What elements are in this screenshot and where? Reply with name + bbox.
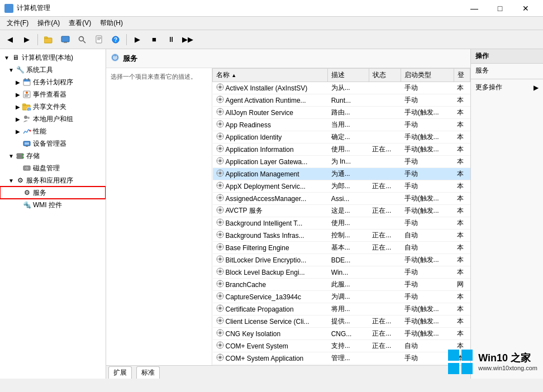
sidebar-label-event-viewer: 事件查看器 bbox=[33, 90, 66, 99]
tree-toggle-task-scheduler[interactable]: ▶ bbox=[13, 78, 22, 87]
services-table-container[interactable]: 名称 ▲ 描述 状态 启动类型 登 bbox=[212, 68, 470, 365]
cell-login: 本 bbox=[454, 217, 470, 230]
toolbar-stop[interactable]: ■ bbox=[146, 32, 162, 47]
cell-name: Agent Activation Runtime... bbox=[213, 94, 328, 107]
col-desc[interactable]: 描述 bbox=[328, 69, 369, 82]
sidebar-item-storage[interactable]: ▼ 存储 bbox=[0, 150, 106, 162]
table-row[interactable]: Background Intelligent T... 使用... 手动 本 bbox=[213, 217, 470, 230]
table-row[interactable]: Application Information 使用... 正在... 手动(触… bbox=[213, 144, 470, 156]
sidebar-item-device-manager[interactable]: ▶ 设备管理器 bbox=[0, 137, 106, 150]
menu-help[interactable]: 帮助(H) bbox=[96, 17, 127, 30]
table-row[interactable]: Block Level Backup Engi... Win... 手动 本 bbox=[213, 266, 470, 279]
cell-status bbox=[369, 266, 401, 279]
col-starttype[interactable]: 启动类型 bbox=[401, 69, 454, 82]
cell-status bbox=[369, 131, 401, 144]
right-panel-more-actions[interactable]: 更多操作 ▶ bbox=[471, 80, 543, 94]
svg-point-33 bbox=[22, 157, 23, 158]
service-icon bbox=[216, 95, 224, 105]
tree-toggle-local-users[interactable]: ▶ bbox=[13, 114, 22, 123]
sidebar-item-services-apps[interactable]: ▼ ⚙ 服务和应用程序 bbox=[0, 174, 106, 187]
sidebar-item-shared-folders[interactable]: ▶ S 共享文件夹 bbox=[0, 101, 106, 113]
tree-toggle-shared-folders[interactable]: ▶ bbox=[13, 102, 22, 111]
table-row[interactable]: Base Filtering Engine 基本... 正在... 自动 本 bbox=[213, 242, 470, 254]
table-row[interactable]: Application Layer Gatewa... 为 In... 手动 本 bbox=[213, 156, 470, 168]
table-row[interactable]: CNG Key Isolation CNG... 正在... 手动(触发... … bbox=[213, 328, 470, 340]
cell-status bbox=[369, 107, 401, 119]
cell-status: 正在... bbox=[369, 205, 401, 217]
col-login[interactable]: 登 bbox=[454, 69, 470, 82]
svg-point-112 bbox=[219, 209, 221, 211]
table-row[interactable]: ActiveX Installer (AxInstSV) 为从... 手动 本 bbox=[213, 82, 470, 94]
svg-point-84 bbox=[219, 160, 221, 162]
sidebar-item-root[interactable]: ▼ 🖥 计算机管理(本地) bbox=[0, 51, 106, 64]
table-row[interactable]: AppX Deployment Servic... 为郎... 正在... 手动… bbox=[213, 180, 470, 193]
svg-point-63 bbox=[219, 123, 221, 125]
menu-action[interactable]: 操作(A) bbox=[33, 17, 64, 30]
sidebar-label-services: 服务 bbox=[33, 188, 46, 198]
table-row[interactable]: AVCTP 服务 这是... 正在... 手动(触发... 本 bbox=[213, 205, 470, 217]
table-row[interactable]: CaptureService_1a3944c 为调... 手动 本 bbox=[213, 291, 470, 303]
table-row[interactable]: Application Identity 确定... 手动(触发... 本 bbox=[213, 131, 470, 144]
svg-point-24 bbox=[24, 116, 27, 119]
cell-starttype: 手动 bbox=[401, 266, 454, 279]
tree-toggle-storage[interactable]: ▼ bbox=[7, 151, 16, 160]
table-row[interactable]: Client License Service (Cli... 提供... 正在.… bbox=[213, 315, 470, 328]
service-name: Client License Service (Cli... bbox=[226, 318, 309, 326]
cell-login: 本 bbox=[454, 303, 470, 315]
table-row[interactable]: COM+ System Application 管理... 手动 本 bbox=[213, 352, 470, 365]
svg-rect-210 bbox=[448, 363, 459, 374]
cell-name: Background Intelligent T... bbox=[213, 217, 328, 230]
table-row[interactable]: App Readiness 当用... 手动 本 bbox=[213, 119, 470, 131]
sidebar-item-performance[interactable]: ▶ 性能 bbox=[0, 125, 106, 137]
tree-toggle-services-apps[interactable]: ▼ bbox=[7, 176, 16, 185]
table-row[interactable]: Certificate Propagation 将用... 手动(触发... 本 bbox=[213, 303, 470, 315]
tree-toggle-event-viewer[interactable]: ▶ bbox=[13, 90, 22, 99]
service-icon bbox=[216, 304, 224, 314]
svg-rect-13 bbox=[23, 79, 30, 82]
right-panel-services[interactable]: 服务 bbox=[471, 64, 543, 78]
toolbar-forward[interactable]: ▶ bbox=[19, 32, 35, 47]
maximize-button[interactable]: □ bbox=[487, 0, 513, 17]
toolbar-search[interactable] bbox=[74, 32, 90, 47]
sidebar-item-wmi[interactable]: ▶ 🔩 WMI 控件 bbox=[0, 199, 106, 211]
toolbar-pause[interactable]: ⏸ bbox=[163, 32, 179, 47]
toolbar-back[interactable]: ◀ bbox=[2, 32, 18, 47]
menu-file[interactable]: 文件(F) bbox=[2, 17, 33, 30]
table-row[interactable]: AllJoyn Router Service 路由... 手动(触发... 本 bbox=[213, 107, 470, 119]
table-row[interactable]: Background Tasks Infras... 控制... 正在... 自… bbox=[213, 230, 470, 242]
table-row[interactable]: Application Management 为通... 手动 本 bbox=[213, 168, 470, 180]
sidebar-item-local-users[interactable]: ▶ 本地用户和组 bbox=[0, 113, 106, 125]
service-name: Application Management bbox=[226, 170, 299, 178]
tab-extend[interactable]: 扩展 bbox=[108, 366, 132, 379]
service-name: CaptureService_1a3944c bbox=[226, 293, 301, 301]
table-row[interactable]: BranchCache 此服... 手动 网 bbox=[213, 279, 470, 291]
toolbar-monitor[interactable] bbox=[58, 32, 73, 47]
toolbar-doc[interactable] bbox=[91, 32, 107, 47]
cell-status bbox=[369, 352, 401, 365]
table-row[interactable]: AssignedAccessManager... Assi... 手动(触发..… bbox=[213, 193, 470, 205]
sidebar-item-event-viewer[interactable]: ▶ 事件查看器 bbox=[0, 88, 106, 101]
menu-view[interactable]: 查看(V) bbox=[64, 17, 96, 30]
table-row[interactable]: BitLocker Drive Encryptio... BDE... 手动(触… bbox=[213, 254, 470, 266]
tree-toggle-root[interactable]: ▼ bbox=[2, 53, 11, 62]
tab-standard[interactable]: 标准 bbox=[136, 366, 160, 379]
sidebar-item-system-tools[interactable]: ▼ 🔧 系统工具 bbox=[0, 64, 106, 76]
tree-toggle-performance[interactable]: ▶ bbox=[13, 127, 22, 136]
cell-starttype: 手动(触发... bbox=[401, 144, 454, 156]
toolbar-help[interactable]: ? bbox=[108, 32, 123, 47]
table-row[interactable]: Agent Activation Runtime... Runt... 手动 本 bbox=[213, 94, 470, 107]
col-status[interactable]: 状态 bbox=[369, 69, 401, 82]
toolbar-folder[interactable] bbox=[41, 32, 56, 47]
col-name[interactable]: 名称 ▲ bbox=[213, 69, 328, 82]
sidebar-item-task-scheduler[interactable]: ▶ 任务计划程序 bbox=[0, 76, 106, 88]
close-button[interactable]: ✕ bbox=[513, 0, 539, 17]
toolbar-play[interactable]: ▶ bbox=[130, 32, 145, 47]
sidebar-item-disk-mgmt[interactable]: ▶ 磁盘管理 bbox=[0, 162, 106, 174]
svg-rect-1 bbox=[44, 37, 47, 39]
sidebar-item-services[interactable]: ▶ ⚙ 服务 bbox=[0, 187, 106, 199]
cell-name: Application Identity bbox=[213, 131, 328, 144]
minimize-button[interactable]: — bbox=[461, 0, 487, 17]
table-row[interactable]: COM+ Event System 支持... 正在... 自动 本 bbox=[213, 340, 470, 352]
toolbar-restart[interactable]: ▶▶ bbox=[180, 32, 196, 47]
tree-toggle-system-tools[interactable]: ▼ bbox=[7, 65, 16, 74]
